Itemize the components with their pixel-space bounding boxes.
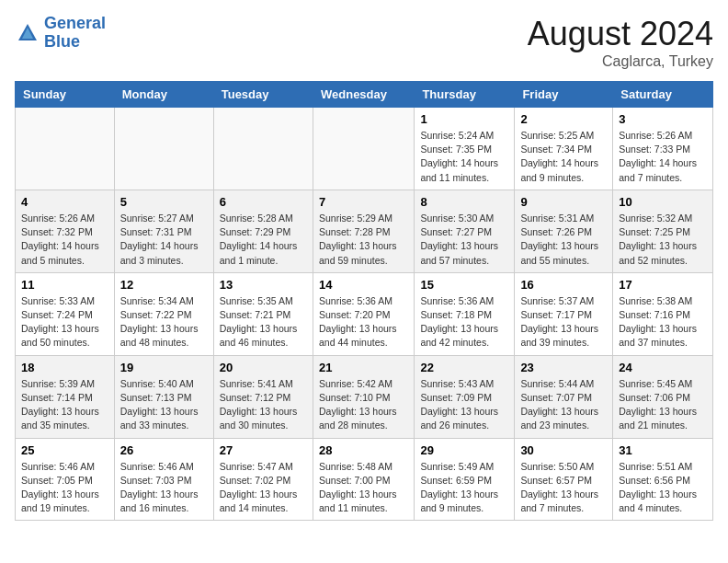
day-cell-28: 28Sunrise: 5:48 AMSunset: 7:00 PMDayligh… bbox=[313, 438, 414, 521]
day-info: Sunrise: 5:51 AMSunset: 6:56 PMDaylight:… bbox=[619, 460, 707, 516]
weekday-header-tuesday: Tuesday bbox=[213, 82, 313, 108]
day-cell-19: 19Sunrise: 5:40 AMSunset: 7:13 PMDayligh… bbox=[114, 355, 213, 438]
day-info: Sunrise: 5:48 AMSunset: 7:00 PMDaylight:… bbox=[319, 460, 408, 516]
weekday-header-saturday: Saturday bbox=[613, 82, 713, 108]
day-info: Sunrise: 5:25 AMSunset: 7:34 PMDaylight:… bbox=[520, 129, 607, 185]
day-cell-27: 27Sunrise: 5:47 AMSunset: 7:02 PMDayligh… bbox=[213, 438, 313, 521]
day-info: Sunrise: 5:24 AMSunset: 7:35 PMDaylight:… bbox=[420, 129, 508, 185]
day-info: Sunrise: 5:50 AMSunset: 6:57 PMDaylight:… bbox=[520, 460, 607, 516]
day-number: 13 bbox=[220, 278, 307, 292]
empty-cell bbox=[16, 108, 115, 190]
day-cell-29: 29Sunrise: 5:49 AMSunset: 6:59 PMDayligh… bbox=[415, 438, 515, 521]
day-cell-6: 6Sunrise: 5:28 AMSunset: 7:29 PMDaylight… bbox=[213, 190, 313, 272]
day-info: Sunrise: 5:35 AMSunset: 7:21 PMDaylight:… bbox=[220, 294, 307, 350]
day-cell-4: 4Sunrise: 5:26 AMSunset: 7:32 PMDaylight… bbox=[16, 190, 115, 272]
weekday-header-thursday: Thursday bbox=[415, 82, 515, 108]
day-info: Sunrise: 5:42 AMSunset: 7:10 PMDaylight:… bbox=[319, 377, 408, 433]
week-row-3: 11Sunrise: 5:33 AMSunset: 7:24 PMDayligh… bbox=[16, 272, 713, 355]
day-cell-5: 5Sunrise: 5:27 AMSunset: 7:31 PMDaylight… bbox=[114, 190, 213, 272]
month-title: August 2024 bbox=[528, 15, 713, 53]
day-cell-2: 2Sunrise: 5:25 AMSunset: 7:34 PMDaylight… bbox=[515, 108, 613, 190]
day-info: Sunrise: 5:27 AMSunset: 7:31 PMDaylight:… bbox=[120, 212, 208, 268]
page-header: General Blue August 2024 Caglarca, Turke… bbox=[15, 15, 713, 70]
day-info: Sunrise: 5:41 AMSunset: 7:12 PMDaylight:… bbox=[220, 377, 307, 433]
day-number: 7 bbox=[319, 195, 408, 209]
logo-icon bbox=[15, 20, 40, 46]
day-number: 1 bbox=[420, 112, 508, 126]
day-cell-24: 24Sunrise: 5:45 AMSunset: 7:06 PMDayligh… bbox=[613, 355, 713, 438]
day-number: 22 bbox=[420, 361, 508, 374]
day-number: 10 bbox=[619, 195, 707, 209]
day-number: 14 bbox=[319, 278, 408, 292]
day-info: Sunrise: 5:36 AMSunset: 7:20 PMDaylight:… bbox=[319, 294, 408, 350]
day-info: Sunrise: 5:31 AMSunset: 7:26 PMDaylight:… bbox=[520, 212, 607, 268]
day-cell-21: 21Sunrise: 5:42 AMSunset: 7:10 PMDayligh… bbox=[313, 355, 414, 438]
day-info: Sunrise: 5:45 AMSunset: 7:06 PMDaylight:… bbox=[619, 377, 707, 433]
day-number: 17 bbox=[619, 278, 707, 292]
weekday-header-row: SundayMondayTuesdayWednesdayThursdayFrid… bbox=[16, 82, 713, 108]
title-block: August 2024 Caglarca, Turkey bbox=[528, 15, 713, 70]
weekday-header-monday: Monday bbox=[114, 82, 213, 108]
day-number: 9 bbox=[520, 195, 607, 209]
day-number: 19 bbox=[120, 361, 208, 374]
day-info: Sunrise: 5:38 AMSunset: 7:16 PMDaylight:… bbox=[619, 294, 707, 350]
week-row-5: 25Sunrise: 5:46 AMSunset: 7:05 PMDayligh… bbox=[16, 438, 713, 521]
day-number: 8 bbox=[420, 195, 508, 209]
day-info: Sunrise: 5:32 AMSunset: 7:25 PMDaylight:… bbox=[619, 212, 707, 268]
day-cell-3: 3Sunrise: 5:26 AMSunset: 7:33 PMDaylight… bbox=[613, 108, 713, 190]
day-cell-15: 15Sunrise: 5:36 AMSunset: 7:18 PMDayligh… bbox=[415, 272, 515, 355]
day-cell-26: 26Sunrise: 5:46 AMSunset: 7:03 PMDayligh… bbox=[114, 438, 213, 521]
day-number: 18 bbox=[21, 361, 108, 374]
week-row-1: 1Sunrise: 5:24 AMSunset: 7:35 PMDaylight… bbox=[16, 108, 713, 190]
day-cell-17: 17Sunrise: 5:38 AMSunset: 7:16 PMDayligh… bbox=[613, 272, 713, 355]
weekday-header-friday: Friday bbox=[515, 82, 613, 108]
day-number: 27 bbox=[220, 443, 307, 457]
day-info: Sunrise: 5:44 AMSunset: 7:07 PMDaylight:… bbox=[520, 377, 607, 433]
day-cell-8: 8Sunrise: 5:30 AMSunset: 7:27 PMDaylight… bbox=[415, 190, 515, 272]
day-info: Sunrise: 5:34 AMSunset: 7:22 PMDaylight:… bbox=[120, 294, 208, 350]
day-info: Sunrise: 5:40 AMSunset: 7:13 PMDaylight:… bbox=[120, 377, 208, 433]
day-number: 25 bbox=[21, 443, 108, 457]
day-info: Sunrise: 5:30 AMSunset: 7:27 PMDaylight:… bbox=[420, 212, 508, 268]
weekday-header-wednesday: Wednesday bbox=[313, 82, 414, 108]
day-cell-31: 31Sunrise: 5:51 AMSunset: 6:56 PMDayligh… bbox=[613, 438, 713, 521]
day-number: 26 bbox=[120, 443, 208, 457]
day-number: 24 bbox=[619, 361, 707, 374]
day-cell-25: 25Sunrise: 5:46 AMSunset: 7:05 PMDayligh… bbox=[16, 438, 115, 521]
day-cell-12: 12Sunrise: 5:34 AMSunset: 7:22 PMDayligh… bbox=[114, 272, 213, 355]
logo-text: General Blue bbox=[44, 15, 106, 52]
day-cell-16: 16Sunrise: 5:37 AMSunset: 7:17 PMDayligh… bbox=[515, 272, 613, 355]
day-info: Sunrise: 5:28 AMSunset: 7:29 PMDaylight:… bbox=[220, 212, 307, 268]
day-cell-1: 1Sunrise: 5:24 AMSunset: 7:35 PMDaylight… bbox=[415, 108, 515, 190]
day-info: Sunrise: 5:43 AMSunset: 7:09 PMDaylight:… bbox=[420, 377, 508, 433]
week-row-4: 18Sunrise: 5:39 AMSunset: 7:14 PMDayligh… bbox=[16, 355, 713, 438]
day-info: Sunrise: 5:29 AMSunset: 7:28 PMDaylight:… bbox=[319, 212, 408, 268]
day-info: Sunrise: 5:37 AMSunset: 7:17 PMDaylight:… bbox=[520, 294, 607, 350]
day-cell-20: 20Sunrise: 5:41 AMSunset: 7:12 PMDayligh… bbox=[213, 355, 313, 438]
day-number: 23 bbox=[520, 361, 607, 374]
day-cell-13: 13Sunrise: 5:35 AMSunset: 7:21 PMDayligh… bbox=[213, 272, 313, 355]
day-info: Sunrise: 5:26 AMSunset: 7:33 PMDaylight:… bbox=[619, 129, 707, 185]
location: Caglarca, Turkey bbox=[528, 53, 713, 70]
day-number: 2 bbox=[520, 112, 607, 126]
logo: General Blue bbox=[15, 15, 106, 52]
day-cell-10: 10Sunrise: 5:32 AMSunset: 7:25 PMDayligh… bbox=[613, 190, 713, 272]
day-cell-22: 22Sunrise: 5:43 AMSunset: 7:09 PMDayligh… bbox=[415, 355, 515, 438]
day-number: 29 bbox=[420, 443, 508, 457]
day-cell-30: 30Sunrise: 5:50 AMSunset: 6:57 PMDayligh… bbox=[515, 438, 613, 521]
day-info: Sunrise: 5:47 AMSunset: 7:02 PMDaylight:… bbox=[220, 460, 307, 516]
day-info: Sunrise: 5:46 AMSunset: 7:05 PMDaylight:… bbox=[21, 460, 108, 516]
day-number: 31 bbox=[619, 443, 707, 457]
day-number: 3 bbox=[619, 112, 707, 126]
day-number: 30 bbox=[520, 443, 607, 457]
day-number: 12 bbox=[120, 278, 208, 292]
day-number: 28 bbox=[319, 443, 408, 457]
day-info: Sunrise: 5:33 AMSunset: 7:24 PMDaylight:… bbox=[21, 294, 108, 350]
day-number: 16 bbox=[520, 278, 607, 292]
day-info: Sunrise: 5:46 AMSunset: 7:03 PMDaylight:… bbox=[120, 460, 208, 516]
day-number: 6 bbox=[220, 195, 307, 209]
week-row-2: 4Sunrise: 5:26 AMSunset: 7:32 PMDaylight… bbox=[16, 190, 713, 272]
day-info: Sunrise: 5:36 AMSunset: 7:18 PMDaylight:… bbox=[420, 294, 508, 350]
day-number: 4 bbox=[21, 195, 108, 209]
day-cell-14: 14Sunrise: 5:36 AMSunset: 7:20 PMDayligh… bbox=[313, 272, 414, 355]
